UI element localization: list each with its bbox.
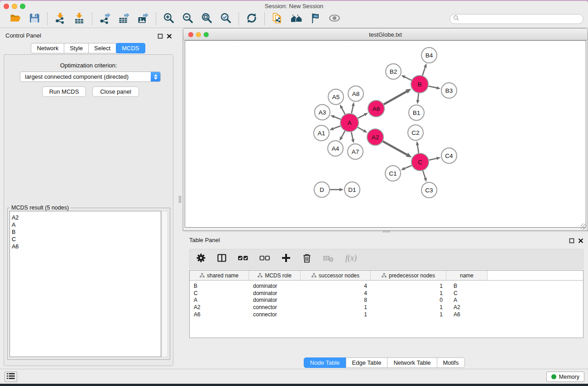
tab-node-table[interactable]: Node Table [304, 357, 346, 368]
close-panel-icon[interactable] [167, 33, 172, 41]
table-cell: A [446, 297, 488, 304]
window-resize-grip[interactable] [581, 224, 587, 229]
refresh-layout-button[interactable] [244, 12, 259, 26]
right-side: testGlobe.txt B4B2BB3A8A5A6B1A3AA1C2A2A4… [183, 28, 588, 369]
edge-B-B2[interactable] [405, 77, 411, 80]
tab-edge-table[interactable]: Edge Table [346, 357, 388, 368]
float-table-panel-icon[interactable] [569, 237, 574, 245]
edge-A-A7[interactable] [351, 132, 353, 139]
mcds-result-item[interactable]: A6 [12, 243, 161, 250]
left-splitter-handle[interactable] [179, 196, 181, 203]
svg-text:f(x): f(x) [345, 253, 357, 263]
result-scrollbar[interactable] [162, 211, 168, 357]
edge-B-B3[interactable] [429, 86, 437, 88]
mcds-result-item[interactable]: A2 [12, 214, 161, 221]
edge-C-C3[interactable] [423, 171, 425, 178]
table-row[interactable]: A2connector11A2 [190, 304, 583, 311]
close-panel-button[interactable]: Close panel [92, 86, 139, 97]
tab-network[interactable]: Network [31, 43, 64, 53]
edge-A-A2[interactable] [358, 127, 363, 131]
table-cell: 4 [301, 283, 371, 290]
table-settings-gear-button[interactable] [196, 253, 206, 265]
new-network-from-selection-button[interactable] [270, 12, 285, 26]
criterion-dropdown[interactable]: largest connected component (directed) [20, 71, 161, 82]
table-row[interactable]: Bdominator41B [190, 283, 583, 290]
edge-A-A1[interactable] [333, 126, 340, 129]
network-canvas[interactable]: B4B2BB3A8A5A6B1A3AA1C2A2A4A7C4CC1C3DD1 [185, 40, 586, 228]
task-history-button[interactable] [5, 372, 17, 382]
table-row[interactable]: A6connector11A6 [190, 311, 583, 319]
table-row[interactable]: Cdominator41C [190, 290, 583, 297]
node-label-C2: C2 [411, 129, 419, 136]
edge-arrowhead [351, 139, 354, 143]
tab-mcds[interactable]: MCDS [116, 43, 145, 53]
app-title: Session: New Session [0, 3, 588, 10]
mcds-result-item[interactable]: A [12, 221, 161, 229]
column-header-shared-name[interactable]: shared name [190, 271, 249, 280]
edge-A-A5[interactable] [342, 108, 345, 114]
node-label-C3: C3 [425, 187, 433, 194]
edge-B-B1[interactable] [418, 93, 419, 100]
tab-network-table[interactable]: Network Table [387, 357, 437, 368]
edge-A2-C[interactable] [383, 141, 407, 155]
node-label-D1: D1 [348, 186, 356, 193]
show-hide-button[interactable] [327, 12, 342, 26]
toggle-column-split-button[interactable] [217, 253, 227, 265]
mcds-result-list: A2ABCA6 [10, 211, 161, 357]
import-table-button[interactable] [72, 12, 86, 26]
export-image-button[interactable] [136, 12, 150, 26]
export-image-icon [137, 12, 149, 26]
zoom-in-button[interactable] [162, 12, 176, 26]
table-cell: 1 [371, 311, 446, 319]
main-toolbar [0, 10, 588, 28]
select-all-rows-button[interactable] [238, 253, 249, 265]
mcds-result-item[interactable]: C [12, 236, 161, 243]
mcds-result-item[interactable]: B [12, 229, 161, 236]
column-header-label: predecessor nodes [389, 272, 435, 279]
column-header-name[interactable]: name [446, 271, 488, 280]
edge-A-A8[interactable] [351, 106, 353, 113]
zoom-selected-button[interactable] [219, 12, 233, 26]
status-bar: Memory [0, 369, 588, 384]
save-session-button[interactable] [27, 12, 42, 26]
network-window-titlebar: testGlobe.txt [183, 29, 588, 40]
edge-A6-B[interactable] [384, 91, 407, 105]
import-network-button[interactable] [53, 12, 67, 26]
export-table-button[interactable] [117, 12, 131, 26]
first-neighbors-button[interactable] [289, 12, 304, 26]
edge-A-A3[interactable] [334, 117, 340, 119]
edge-C-C1[interactable] [405, 166, 412, 169]
network-window-title: testGlobe.txt [183, 31, 588, 38]
memory-button[interactable]: Memory [546, 372, 584, 382]
open-session-folder-button[interactable] [8, 12, 23, 26]
edge-C-C4[interactable] [429, 158, 437, 160]
edge-A-A6[interactable] [358, 114, 365, 118]
export-network-button[interactable] [98, 12, 112, 26]
search-input[interactable] [461, 15, 583, 23]
tab-style[interactable]: Style [64, 43, 89, 53]
search-field[interactable] [449, 14, 583, 24]
add-row-button[interactable] [281, 253, 291, 265]
deselect-all-rows-button[interactable] [259, 253, 270, 265]
node-label-A1: A1 [318, 130, 325, 137]
column-header-successor-nodes[interactable]: successor nodes [301, 271, 371, 280]
table-cell: 1 [301, 304, 371, 311]
run-mcds-button[interactable]: Run MCDS [42, 86, 86, 97]
close-table-panel-icon[interactable] [578, 237, 583, 245]
table-row[interactable]: Adominator80A [190, 297, 583, 304]
edge-B-B4[interactable] [422, 67, 425, 76]
edge-A-A4[interactable] [341, 131, 345, 137]
annotation-mode-icon [310, 12, 321, 26]
delete-rows-trash-button[interactable] [302, 253, 312, 265]
column-header-MCDS-role[interactable]: MCDS role [249, 271, 301, 280]
zoom-out-button[interactable] [181, 12, 195, 26]
edge-arrowhead [363, 129, 368, 133]
annotation-mode-button[interactable] [308, 12, 323, 26]
edge-C-C2[interactable] [417, 145, 419, 153]
tab-select[interactable]: Select [88, 43, 116, 53]
table-cell: A6 [446, 311, 488, 319]
tab-motifs[interactable]: Motifs [437, 357, 465, 368]
column-header-predecessor-nodes[interactable]: predecessor nodes [371, 271, 446, 280]
zoom-fit-button[interactable] [200, 12, 214, 26]
float-panel-icon[interactable] [158, 33, 163, 41]
